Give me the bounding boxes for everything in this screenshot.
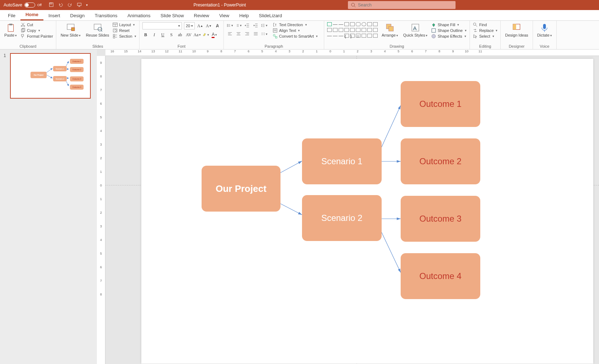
align-left-icon[interactable] [227, 31, 233, 37]
slide-thumbnail-panel[interactable]: 1 Our Project Scenario 1 Scenario 2 Outc… [0, 49, 97, 364]
diagram-scenario-1[interactable]: Scenario 1 [302, 138, 382, 184]
thumbnail-number: 1 [4, 53, 8, 99]
decrease-indent-icon[interactable] [244, 22, 250, 29]
text-shadow-icon[interactable]: ab [177, 32, 183, 38]
bullets-icon[interactable] [227, 22, 233, 29]
highlight-icon[interactable] [203, 32, 209, 38]
search-input[interactable] [358, 3, 453, 8]
toggle-switch[interactable] [24, 3, 35, 8]
layout-button[interactable]: Layout [113, 22, 136, 27]
find-button[interactable]: Find [473, 22, 497, 27]
quick-styles-button[interactable]: AQuick Styles [402, 22, 429, 38]
diagram-outcome-2[interactable]: Outcome 2 [401, 138, 480, 184]
autosave-state: Off [37, 3, 42, 7]
group-editing: Find Replace Select Editing [470, 21, 501, 49]
autosave-label: AutoSave [4, 3, 22, 8]
columns-icon[interactable] [261, 31, 268, 37]
tab-transitions[interactable]: Transitions [90, 11, 122, 20]
line-spacing-icon[interactable] [261, 22, 268, 29]
increase-indent-icon[interactable] [253, 22, 259, 29]
reset-button[interactable]: Reset [113, 28, 136, 33]
group-label-drawing: Drawing [327, 43, 467, 48]
font-size-combo[interactable]: 20▾ [184, 22, 195, 29]
window-title: Presentation1 - PowerPoint [91, 3, 348, 8]
text-direction-button[interactable]: Text Direction [273, 22, 318, 27]
change-case-icon[interactable]: Aa [194, 32, 201, 38]
save-icon[interactable] [49, 2, 54, 8]
tab-view[interactable]: View [214, 11, 234, 20]
tab-slideshow[interactable]: Slide Show [155, 11, 189, 20]
design-ideas-button[interactable]: Design Ideas [504, 22, 529, 38]
tab-insert[interactable]: Insert [43, 11, 65, 20]
strikethrough-icon[interactable]: S [168, 32, 175, 38]
copy-button[interactable]: Copy [20, 28, 53, 33]
diagram-outcome-1[interactable]: Outcome 1 [401, 81, 480, 127]
convert-smartart-button[interactable]: Convert to SmartArt [273, 34, 318, 39]
align-center-icon[interactable] [235, 31, 242, 37]
present-icon[interactable] [77, 2, 82, 8]
tab-file[interactable]: File [3, 11, 20, 20]
qat-dropdown-icon[interactable]: ▾ [86, 3, 88, 7]
group-drawing: {}☆ Arrange AQuick Styles Shape Fill Sha… [324, 21, 470, 49]
decrease-font-icon[interactable]: A▼ [206, 23, 212, 29]
svg-point-20 [227, 26, 227, 27]
select-button[interactable]: Select [473, 34, 497, 39]
tab-review[interactable]: Review [189, 11, 214, 20]
dictate-button[interactable]: Dictate [536, 22, 553, 38]
slide-canvas[interactable]: Our Project Scenario 1 Scenario 2 Outcom… [105, 56, 599, 364]
clear-formatting-icon[interactable]: A̷ [214, 23, 221, 29]
tab-slidelizard[interactable]: SlideLizard [254, 11, 287, 20]
bold-icon[interactable]: B [142, 32, 149, 38]
align-text-button[interactable]: Align Text [273, 28, 318, 33]
tab-animations[interactable]: Animations [122, 11, 155, 20]
paste-button[interactable]: Paste [3, 22, 18, 38]
section-button[interactable]: Section [113, 34, 136, 39]
align-right-icon[interactable] [244, 31, 250, 37]
diagram-scenario-2[interactable]: Scenario 2 [302, 195, 382, 241]
underline-icon[interactable]: U [160, 32, 166, 38]
undo-icon[interactable] [58, 2, 63, 8]
shapes-gallery[interactable]: {}☆ [327, 22, 378, 39]
shape-fill-button[interactable]: Shape Fill [431, 22, 467, 27]
vertical-ruler[interactable]: 987654321012345678 [97, 56, 105, 364]
svg-line-42 [381, 105, 401, 148]
autosave-toggle[interactable]: AutoSave Off [0, 3, 45, 8]
slide-thumbnail-1[interactable]: Our Project Scenario 1 Scenario 2 Outcom… [10, 53, 91, 99]
svg-rect-32 [513, 24, 517, 29]
reuse-slides-label: Reuse Slides [86, 33, 109, 37]
justify-icon[interactable] [253, 31, 259, 37]
search-icon [351, 3, 356, 8]
svg-point-30 [473, 23, 476, 25]
search-bar[interactable] [348, 1, 456, 9]
increase-font-icon[interactable]: A▲ [197, 23, 203, 29]
shape-effects-button[interactable]: Shape Effects [431, 34, 467, 39]
svg-line-45 [381, 231, 401, 273]
font-color-icon[interactable]: A [211, 32, 218, 38]
replace-button[interactable]: Replace [473, 28, 497, 33]
cut-button[interactable]: Cut [20, 22, 53, 27]
character-spacing-icon[interactable]: AV [185, 32, 192, 38]
diagram-outcome-4[interactable]: Outcome 4 [401, 253, 480, 299]
svg-rect-2 [77, 3, 81, 5]
tab-help[interactable]: Help [234, 11, 254, 20]
group-font: ▾ 20▾ A▲ A▼ A̷ B I U S ab AV Aa A Font [140, 21, 224, 49]
horizontal-ruler[interactable]: 1615141312111098765432101234567891011 [105, 49, 599, 56]
ribbon: Paste Cut Copy Format Painter Clipboard … [0, 21, 599, 49]
italic-icon[interactable]: I [151, 32, 157, 38]
arrange-button[interactable]: Arrange [380, 22, 400, 38]
numbering-icon[interactable] [235, 22, 242, 29]
tab-home[interactable]: Home [20, 10, 43, 20]
reuse-slides-button[interactable]: Reuse Slides [84, 22, 110, 38]
svg-rect-28 [432, 29, 436, 33]
svg-rect-12 [94, 24, 101, 29]
slide[interactable]: Our Project Scenario 1 Scenario 2 Outcom… [141, 59, 593, 364]
svg-rect-25 [389, 27, 393, 31]
redo-icon[interactable] [67, 2, 72, 8]
font-name-combo[interactable]: ▾ [142, 22, 182, 29]
diagram-root[interactable]: Our Project [202, 166, 280, 212]
shape-outline-button[interactable]: Shape Outline [431, 28, 467, 33]
format-painter-button[interactable]: Format Painter [20, 34, 53, 39]
new-slide-button[interactable]: New Slide [59, 22, 82, 38]
tab-design[interactable]: Design [65, 11, 90, 20]
diagram-outcome-3[interactable]: Outcome 3 [401, 196, 480, 242]
